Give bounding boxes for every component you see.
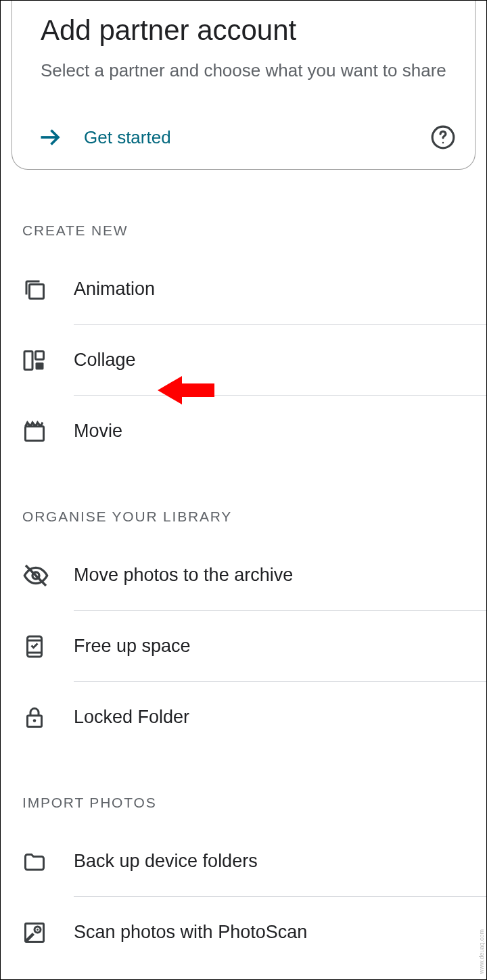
- card-subtitle: Select a partner and choose what you wan…: [41, 57, 456, 84]
- collage-icon: [22, 348, 74, 373]
- animation-icon: [22, 277, 74, 302]
- svg-point-17: [37, 929, 39, 931]
- watermark: www.deuaq.com: [478, 929, 485, 974]
- svg-rect-6: [36, 363, 44, 370]
- list-item-label: Locked Folder: [74, 707, 189, 728]
- section-header-organise: ORGANISE YOUR LIBRARY: [1, 467, 486, 540]
- locked-folder-item[interactable]: Locked Folder: [1, 682, 486, 753]
- svg-rect-5: [36, 351, 44, 359]
- archive-item[interactable]: Move photos to the archive: [1, 540, 486, 611]
- create-animation-item[interactable]: Animation: [1, 254, 486, 325]
- svg-rect-3: [30, 284, 44, 298]
- movie-icon: [22, 419, 74, 444]
- backup-folders-item[interactable]: Back up device folders: [1, 826, 486, 897]
- section-header-import: IMPORT PHOTOS: [1, 753, 486, 826]
- lock-icon: [22, 705, 74, 730]
- list-item-label: Scan photos with PhotoScan: [74, 922, 307, 943]
- partner-account-card: Add partner account Select a partner and…: [11, 1, 476, 170]
- create-movie-item[interactable]: Movie: [1, 396, 486, 467]
- svg-rect-4: [24, 351, 32, 369]
- list-item-label: Free up space: [74, 636, 191, 657]
- svg-rect-7: [26, 426, 44, 440]
- card-actions: Get started: [41, 124, 456, 150]
- card-title: Add partner account: [41, 14, 456, 47]
- section-header-create: CREATE NEW: [1, 170, 486, 254]
- arrow-right-icon[interactable]: [38, 125, 62, 149]
- help-icon[interactable]: [430, 124, 456, 150]
- list-item-label: Movie: [74, 421, 122, 442]
- eye-off-icon: [22, 562, 74, 589]
- get-started-button[interactable]: Get started: [84, 127, 171, 148]
- svg-point-14: [33, 719, 37, 722]
- list-item-label: Collage: [74, 350, 136, 371]
- folder-icon: [22, 849, 74, 874]
- phone-check-icon: [22, 634, 74, 659]
- photoscan-icon: [22, 920, 74, 945]
- photoscan-item[interactable]: Scan photos with PhotoScan: [1, 897, 486, 968]
- create-collage-item[interactable]: Collage: [1, 325, 486, 396]
- list-item-label: Animation: [74, 279, 155, 300]
- list-item-label: Move photos to the archive: [74, 565, 293, 586]
- list-item-label: Back up device folders: [74, 851, 258, 872]
- free-up-space-item[interactable]: Free up space: [1, 611, 486, 682]
- svg-point-2: [442, 142, 444, 144]
